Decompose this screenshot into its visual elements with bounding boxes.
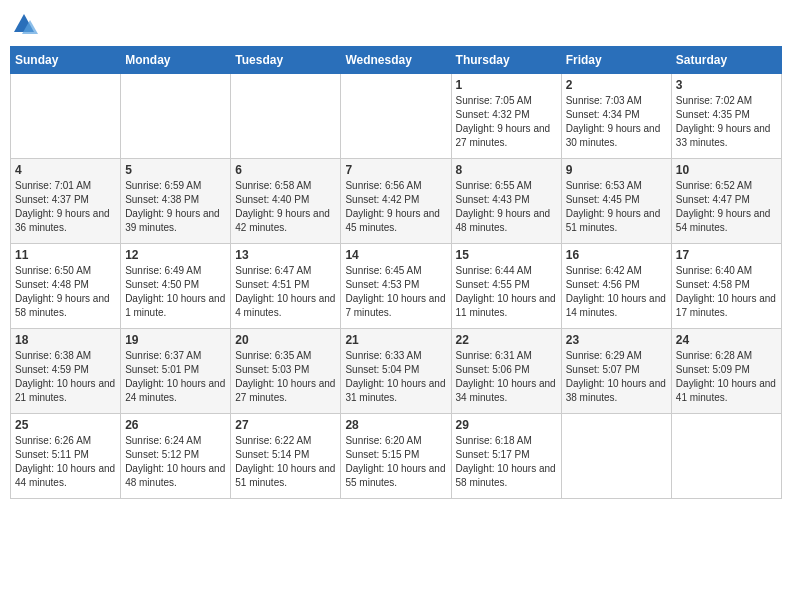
day-info: Sunrise: 6:52 AMSunset: 4:47 PMDaylight:… [676,179,777,235]
calendar-cell: 14Sunrise: 6:45 AMSunset: 4:53 PMDayligh… [341,244,451,329]
day-number: 15 [456,248,557,262]
day-info: Sunrise: 7:05 AMSunset: 4:32 PMDaylight:… [456,94,557,150]
day-number: 11 [15,248,116,262]
calendar-cell: 15Sunrise: 6:44 AMSunset: 4:55 PMDayligh… [451,244,561,329]
calendar-cell: 5Sunrise: 6:59 AMSunset: 4:38 PMDaylight… [121,159,231,244]
day-number: 20 [235,333,336,347]
calendar-cell: 24Sunrise: 6:28 AMSunset: 5:09 PMDayligh… [671,329,781,414]
day-number: 1 [456,78,557,92]
calendar-cell [561,414,671,499]
column-header-thursday: Thursday [451,47,561,74]
calendar-cell: 1Sunrise: 7:05 AMSunset: 4:32 PMDaylight… [451,74,561,159]
day-info: Sunrise: 6:37 AMSunset: 5:01 PMDaylight:… [125,349,226,405]
day-number: 22 [456,333,557,347]
column-header-monday: Monday [121,47,231,74]
day-number: 12 [125,248,226,262]
day-info: Sunrise: 6:56 AMSunset: 4:42 PMDaylight:… [345,179,446,235]
calendar-cell: 4Sunrise: 7:01 AMSunset: 4:37 PMDaylight… [11,159,121,244]
calendar-cell: 29Sunrise: 6:18 AMSunset: 5:17 PMDayligh… [451,414,561,499]
day-info: Sunrise: 6:50 AMSunset: 4:48 PMDaylight:… [15,264,116,320]
calendar-cell [341,74,451,159]
day-number: 23 [566,333,667,347]
calendar-cell: 19Sunrise: 6:37 AMSunset: 5:01 PMDayligh… [121,329,231,414]
day-number: 9 [566,163,667,177]
calendar-cell: 27Sunrise: 6:22 AMSunset: 5:14 PMDayligh… [231,414,341,499]
calendar-header-row: SundayMondayTuesdayWednesdayThursdayFrid… [11,47,782,74]
calendar-week-row: 11Sunrise: 6:50 AMSunset: 4:48 PMDayligh… [11,244,782,329]
day-number: 24 [676,333,777,347]
day-number: 17 [676,248,777,262]
calendar-cell: 11Sunrise: 6:50 AMSunset: 4:48 PMDayligh… [11,244,121,329]
day-info: Sunrise: 6:58 AMSunset: 4:40 PMDaylight:… [235,179,336,235]
logo-icon [10,10,38,38]
column-header-sunday: Sunday [11,47,121,74]
column-header-wednesday: Wednesday [341,47,451,74]
day-info: Sunrise: 6:45 AMSunset: 4:53 PMDaylight:… [345,264,446,320]
day-info: Sunrise: 6:33 AMSunset: 5:04 PMDaylight:… [345,349,446,405]
calendar-cell [121,74,231,159]
day-number: 6 [235,163,336,177]
calendar-cell: 9Sunrise: 6:53 AMSunset: 4:45 PMDaylight… [561,159,671,244]
column-header-saturday: Saturday [671,47,781,74]
calendar-cell: 16Sunrise: 6:42 AMSunset: 4:56 PMDayligh… [561,244,671,329]
day-info: Sunrise: 6:49 AMSunset: 4:50 PMDaylight:… [125,264,226,320]
calendar-week-row: 4Sunrise: 7:01 AMSunset: 4:37 PMDaylight… [11,159,782,244]
column-header-friday: Friday [561,47,671,74]
day-number: 27 [235,418,336,432]
day-info: Sunrise: 6:42 AMSunset: 4:56 PMDaylight:… [566,264,667,320]
day-number: 2 [566,78,667,92]
calendar-cell: 3Sunrise: 7:02 AMSunset: 4:35 PMDaylight… [671,74,781,159]
calendar-table: SundayMondayTuesdayWednesdayThursdayFrid… [10,46,782,499]
calendar-cell [231,74,341,159]
day-info: Sunrise: 6:40 AMSunset: 4:58 PMDaylight:… [676,264,777,320]
day-number: 18 [15,333,116,347]
day-info: Sunrise: 6:28 AMSunset: 5:09 PMDaylight:… [676,349,777,405]
calendar-cell: 8Sunrise: 6:55 AMSunset: 4:43 PMDaylight… [451,159,561,244]
calendar-cell: 7Sunrise: 6:56 AMSunset: 4:42 PMDaylight… [341,159,451,244]
page-header [10,10,782,38]
calendar-week-row: 18Sunrise: 6:38 AMSunset: 4:59 PMDayligh… [11,329,782,414]
day-info: Sunrise: 7:03 AMSunset: 4:34 PMDaylight:… [566,94,667,150]
day-number: 8 [456,163,557,177]
day-number: 19 [125,333,226,347]
day-number: 29 [456,418,557,432]
day-info: Sunrise: 6:47 AMSunset: 4:51 PMDaylight:… [235,264,336,320]
day-number: 3 [676,78,777,92]
day-info: Sunrise: 7:02 AMSunset: 4:35 PMDaylight:… [676,94,777,150]
day-info: Sunrise: 6:53 AMSunset: 4:45 PMDaylight:… [566,179,667,235]
day-info: Sunrise: 6:18 AMSunset: 5:17 PMDaylight:… [456,434,557,490]
day-info: Sunrise: 6:26 AMSunset: 5:11 PMDaylight:… [15,434,116,490]
calendar-cell: 20Sunrise: 6:35 AMSunset: 5:03 PMDayligh… [231,329,341,414]
calendar-cell: 17Sunrise: 6:40 AMSunset: 4:58 PMDayligh… [671,244,781,329]
day-info: Sunrise: 6:35 AMSunset: 5:03 PMDaylight:… [235,349,336,405]
calendar-cell: 28Sunrise: 6:20 AMSunset: 5:15 PMDayligh… [341,414,451,499]
calendar-cell: 6Sunrise: 6:58 AMSunset: 4:40 PMDaylight… [231,159,341,244]
day-info: Sunrise: 6:20 AMSunset: 5:15 PMDaylight:… [345,434,446,490]
calendar-cell: 18Sunrise: 6:38 AMSunset: 4:59 PMDayligh… [11,329,121,414]
day-info: Sunrise: 6:31 AMSunset: 5:06 PMDaylight:… [456,349,557,405]
column-header-tuesday: Tuesday [231,47,341,74]
day-number: 26 [125,418,226,432]
calendar-cell: 25Sunrise: 6:26 AMSunset: 5:11 PMDayligh… [11,414,121,499]
day-number: 5 [125,163,226,177]
logo [10,10,42,38]
day-info: Sunrise: 6:44 AMSunset: 4:55 PMDaylight:… [456,264,557,320]
calendar-cell [671,414,781,499]
calendar-cell: 12Sunrise: 6:49 AMSunset: 4:50 PMDayligh… [121,244,231,329]
day-number: 16 [566,248,667,262]
calendar-cell: 10Sunrise: 6:52 AMSunset: 4:47 PMDayligh… [671,159,781,244]
day-number: 21 [345,333,446,347]
day-number: 4 [15,163,116,177]
day-info: Sunrise: 6:59 AMSunset: 4:38 PMDaylight:… [125,179,226,235]
day-number: 14 [345,248,446,262]
day-number: 7 [345,163,446,177]
calendar-week-row: 25Sunrise: 6:26 AMSunset: 5:11 PMDayligh… [11,414,782,499]
calendar-cell: 23Sunrise: 6:29 AMSunset: 5:07 PMDayligh… [561,329,671,414]
day-info: Sunrise: 6:22 AMSunset: 5:14 PMDaylight:… [235,434,336,490]
day-info: Sunrise: 6:38 AMSunset: 4:59 PMDaylight:… [15,349,116,405]
day-number: 10 [676,163,777,177]
calendar-cell: 13Sunrise: 6:47 AMSunset: 4:51 PMDayligh… [231,244,341,329]
day-number: 25 [15,418,116,432]
calendar-cell [11,74,121,159]
calendar-week-row: 1Sunrise: 7:05 AMSunset: 4:32 PMDaylight… [11,74,782,159]
